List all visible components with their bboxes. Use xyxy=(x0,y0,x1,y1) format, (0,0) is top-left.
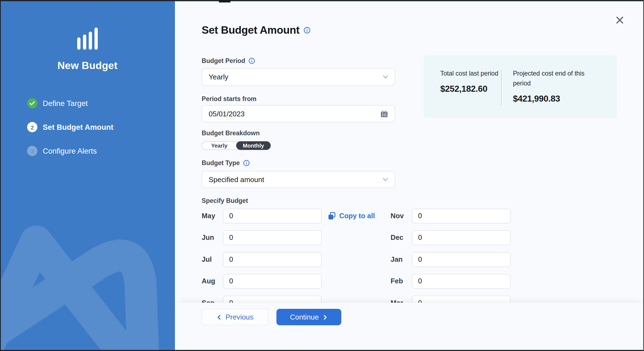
chevron-down-icon xyxy=(383,178,388,182)
brand-watermark xyxy=(0,0,175,351)
summary-label: Projected cost end of this period xyxy=(513,69,603,88)
summary-value: $252,182.60 xyxy=(440,84,501,94)
wizard-title: New Budget xyxy=(0,60,175,72)
month-value-input[interactable] xyxy=(412,252,511,267)
close-icon[interactable] xyxy=(613,14,626,27)
window-bottom-edge xyxy=(0,350,644,351)
month-value-input[interactable] xyxy=(412,274,511,289)
month-label: Feb xyxy=(391,277,412,286)
cost-summary-card: Total cost last period $252,182.60 Proje… xyxy=(424,56,617,118)
month-label: Jul xyxy=(202,255,223,264)
month-row: Dec xyxy=(391,231,511,245)
step-define-target[interactable]: Define Target xyxy=(27,98,113,109)
previous-label: Previous xyxy=(225,313,253,321)
info-icon[interactable] xyxy=(304,27,311,34)
chevron-left-icon xyxy=(216,314,222,320)
month-value-input[interactable] xyxy=(412,209,511,223)
month-label: Jun xyxy=(202,234,223,242)
continue-label: Continue xyxy=(290,313,319,321)
sidebar-content-divider xyxy=(175,0,176,351)
month-label: Nov xyxy=(391,212,412,220)
month-row: May xyxy=(202,209,322,223)
step-number-badge: 3 xyxy=(27,146,38,156)
month-value-input[interactable] xyxy=(223,252,322,267)
month-row: Feb xyxy=(391,274,511,289)
calendar-icon xyxy=(380,110,388,118)
budget-breakdown-toggle: Yearly Monthly xyxy=(202,141,271,150)
window-top-edge xyxy=(0,0,644,1)
period-start-date-value: 05/01/2023 xyxy=(209,110,380,118)
month-label: Dec xyxy=(391,234,412,242)
browser-tab-notch xyxy=(219,0,231,2)
budget-type-value: Specified amount xyxy=(209,175,383,184)
step-label: Define Target xyxy=(43,99,88,108)
copy-icon xyxy=(328,212,336,220)
continue-button[interactable]: Continue xyxy=(277,309,341,325)
month-row: Aug xyxy=(202,274,322,289)
page-title: Set Budget Amount xyxy=(202,24,300,37)
budget-type-label: Budget Type xyxy=(202,159,240,167)
wizard-footer: Previous Continue xyxy=(176,303,644,350)
chevron-right-icon xyxy=(323,314,328,320)
wizard-steps: Define Target 2 Set Budget Amount 3 Conf… xyxy=(27,98,113,170)
month-value-input[interactable] xyxy=(223,274,322,289)
period-start-date-input[interactable]: 05/01/2023 xyxy=(202,105,395,122)
copy-to-all-label: Copy to all xyxy=(339,212,375,220)
month-row: Jul xyxy=(202,252,322,267)
month-value-input[interactable] xyxy=(223,231,322,245)
copy-to-all-button[interactable]: Copy to all xyxy=(328,209,375,223)
info-icon[interactable] xyxy=(248,57,255,64)
set-budget-amount-panel: Set Budget Amount Budget Period Yearly P… xyxy=(176,1,644,350)
budget-breakdown-label: Budget Breakdown xyxy=(202,130,260,137)
projected-cost-end-period: Projected cost end of this period $421,9… xyxy=(513,69,603,118)
toggle-option-yearly[interactable]: Yearly xyxy=(202,142,237,150)
bar-chart-icon xyxy=(77,28,98,50)
previous-button[interactable]: Previous xyxy=(202,309,268,325)
summary-label: Total cost last period xyxy=(440,69,501,79)
month-value-input[interactable] xyxy=(412,231,511,245)
month-row: Jun xyxy=(202,231,322,245)
budget-period-value: Yearly xyxy=(209,73,383,82)
chevron-down-icon xyxy=(383,75,388,79)
new-budget-wizard: New Budget Define Target 2 Set Budget Am… xyxy=(0,0,644,351)
budget-period-select[interactable]: Yearly xyxy=(202,68,395,86)
info-icon[interactable] xyxy=(243,160,250,166)
step-configure-alerts[interactable]: 3 Configure Alerts xyxy=(27,146,113,156)
step-label: Set Budget Amount xyxy=(43,123,113,132)
month-row: Nov xyxy=(391,209,511,223)
specify-budget-label: Specify Budget xyxy=(202,197,248,205)
sidebar: New Budget Define Target 2 Set Budget Am… xyxy=(0,0,175,351)
step-label: Configure Alerts xyxy=(43,146,97,156)
month-value-input[interactable] xyxy=(223,209,322,223)
summary-divider xyxy=(501,70,502,106)
total-cost-last-period: Total cost last period $252,182.60 xyxy=(440,69,501,118)
budget-type-select[interactable]: Specified amount xyxy=(202,171,395,188)
month-row: Jan xyxy=(391,252,511,267)
check-icon xyxy=(27,98,38,109)
window-left-edge xyxy=(0,0,1,351)
budget-period-label: Budget Period xyxy=(202,57,245,65)
step-number-badge: 2 xyxy=(27,122,38,133)
step-set-budget-amount[interactable]: 2 Set Budget Amount xyxy=(27,122,113,133)
toggle-option-monthly[interactable]: Monthly xyxy=(236,141,271,150)
period-starts-from-label: Period starts from xyxy=(202,95,257,103)
month-label: May xyxy=(202,212,223,220)
month-label: Aug xyxy=(202,277,223,286)
month-label: Jan xyxy=(391,255,412,264)
summary-value: $421,990.83 xyxy=(513,94,603,103)
